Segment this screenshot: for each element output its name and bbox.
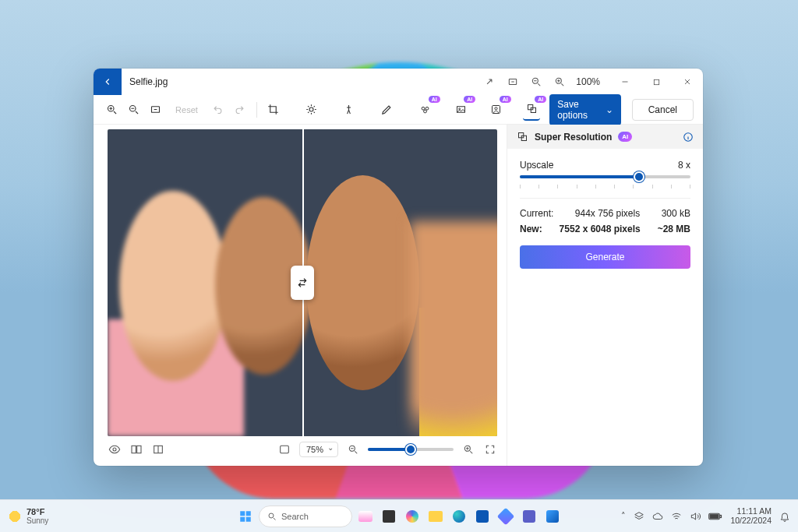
svg-rect-25 [521,136,526,140]
upscale-slider[interactable] [520,175,690,178]
maximize-button[interactable] [641,69,672,95]
svg-rect-28 [246,511,251,516]
svg-point-10 [424,110,427,113]
svg-point-17 [113,448,116,451]
eye-icon[interactable] [108,442,122,456]
compare-after [302,129,497,436]
upscale-label: Upscale [520,160,553,171]
tray-time: 11:11 AM [730,507,772,516]
svg-rect-29 [240,516,245,521]
fit-tool-icon[interactable] [147,99,164,121]
new-label: New: [520,224,542,234]
current-dims: 944x 756 pixels [575,208,640,219]
redo-icon[interactable] [231,99,248,121]
app-icon-1[interactable] [496,506,516,527]
store-icon[interactable] [472,506,493,527]
generate-button[interactable]: Generate [520,245,690,269]
zoom-out-footer-icon[interactable] [346,442,360,456]
svg-point-8 [422,107,425,110]
svg-rect-15 [528,105,532,110]
super-resolution-tool-icon[interactable]: AI [523,99,540,121]
tray-date: 10/22/2024 [730,516,772,526]
chevron-down-icon: ⌄ [606,104,613,115]
zoom-slider[interactable] [368,448,454,451]
ai-badge: AI [464,96,475,103]
minimize-button[interactable] [609,69,641,95]
save-options-label: Save options [557,99,597,121]
weather-cond: Sunny [26,516,48,525]
svg-rect-24 [519,133,524,138]
restyle-tool-icon[interactable]: AI [487,99,504,121]
fit-screen-icon[interactable] [506,75,520,89]
back-button[interactable] [94,69,122,95]
split-icon[interactable] [151,442,165,456]
markup-tool-icon[interactable] [379,99,396,121]
desktop: Selfie.jpg 100% [0,0,798,532]
new-size: ~28 MB [658,224,690,234]
ai-badge: AI [500,96,511,103]
edge-icon[interactable] [449,506,469,527]
weather-widget[interactable]: 78°F Sunny [8,507,48,525]
tray-chevron-icon[interactable]: ˄ [621,511,626,521]
weather-temp: 78°F [26,507,48,516]
copilot-icon[interactable] [402,506,422,527]
taskbar: 78°F Sunny Search ˄ [0,499,798,532]
tray-volume-icon[interactable] [690,511,701,522]
filter-tool-icon[interactable] [341,99,358,121]
zoom-select[interactable]: 75% [299,442,338,457]
undo-icon[interactable] [209,99,226,121]
zoom-out-icon[interactable] [529,75,543,89]
info-icon[interactable] [683,132,694,143]
zoom-in-icon[interactable] [553,75,567,89]
erase-tool-icon[interactable]: AI [416,99,433,121]
compare-icon[interactable] [129,442,143,456]
svg-rect-18 [132,446,136,453]
zoom-in-footer-icon[interactable] [461,442,475,456]
background-tool-icon[interactable]: AI [452,99,469,121]
upscale-value: 8 x [678,160,690,171]
teams-icon[interactable] [519,506,539,527]
titlebar-tools: 100% [482,75,605,89]
taskbar-app-1[interactable] [355,506,376,527]
current-label: Current: [520,208,553,219]
system-tray: ˄ 11:11 AM 10/22/2024 [621,507,790,525]
zoom-percent-label: 100% [576,76,600,87]
start-button[interactable] [235,506,256,527]
main-area: 75% Super Resolution AI [94,125,703,466]
panel-icon [517,131,528,143]
svg-rect-16 [531,107,535,112]
tray-battery-icon[interactable] [708,512,722,521]
panel-body: Upscale 8 x Current: 944x 756 pixels [507,149,703,280]
explorer-icon[interactable] [425,506,446,527]
svg-rect-30 [246,516,251,521]
svg-point-7 [309,107,313,111]
svg-rect-33 [720,515,722,517]
compare-handle[interactable] [291,266,314,300]
zoom-in-tool-icon[interactable] [103,99,120,121]
tray-notifications-icon[interactable] [779,511,790,522]
svg-point-14 [495,107,497,110]
image-canvas[interactable] [108,129,497,436]
taskbar-app-2[interactable] [379,506,399,527]
save-options-button[interactable]: Save options ⌄ [549,94,620,125]
search-placeholder: Search [281,512,309,521]
panel-header: Super Resolution AI [507,125,703,149]
expand-diagonal-icon[interactable] [482,75,496,89]
taskbar-center: Search [235,506,563,527]
new-dims: 7552 x 6048 pixels [560,224,641,234]
tray-cloud-icon[interactable] [652,511,663,522]
tray-onedrive-icon[interactable] [634,511,644,522]
photos-icon[interactable] [542,506,563,527]
tray-wifi-icon[interactable] [671,511,682,522]
tray-clock[interactable]: 11:11 AM 10/22/2024 [730,507,772,525]
fit-bounds-icon[interactable] [277,442,291,456]
fullscreen-icon[interactable] [483,442,497,456]
close-button[interactable] [672,69,703,95]
cancel-button[interactable]: Cancel [632,99,694,121]
filename-label: Selfie.jpg [129,76,168,87]
zoom-out-tool-icon[interactable] [125,99,142,121]
taskbar-search[interactable]: Search [259,506,352,527]
current-size: 300 kB [662,208,690,219]
adjust-tool-icon[interactable] [302,99,320,121]
crop-tool-icon[interactable] [264,99,281,121]
